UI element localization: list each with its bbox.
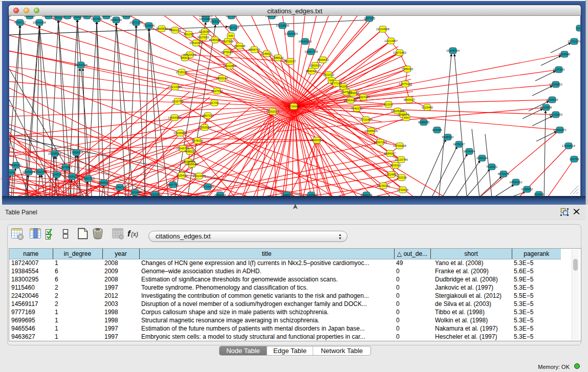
svg-text:116753: 116753 <box>570 158 579 161</box>
svg-text:17010514: 17010514 <box>562 144 576 147</box>
svg-text:8471676: 8471676 <box>498 172 510 176</box>
svg-text:1192344: 1192344 <box>149 193 161 196</box>
svg-text:5684067: 5684067 <box>384 152 396 155</box>
svg-text:10973493: 10973493 <box>393 51 406 54</box>
svg-text:16961758: 16961758 <box>304 50 318 53</box>
svg-text:6479197: 6479197 <box>453 143 465 146</box>
svg-text:17957255: 17957255 <box>81 177 95 180</box>
svg-text:8938923: 8938923 <box>442 136 454 139</box>
svg-text:5875685: 5875685 <box>222 51 233 54</box>
svg-text:1615112: 1615112 <box>390 164 401 167</box>
svg-text:10654112: 10654112 <box>509 181 522 184</box>
svg-text:17359924: 17359924 <box>70 151 83 154</box>
svg-text:3917183: 3917183 <box>226 16 237 17</box>
svg-text:7515546: 7515546 <box>143 24 155 27</box>
svg-text:15692971: 15692971 <box>553 128 567 132</box>
svg-text:12342757: 12342757 <box>34 170 47 173</box>
svg-text:20364436: 20364436 <box>344 99 357 102</box>
svg-text:15751074: 15751074 <box>568 40 580 43</box>
svg-text:18307249: 18307249 <box>374 141 387 144</box>
svg-text:1999828: 1999828 <box>281 193 293 196</box>
svg-text:11174: 11174 <box>576 27 580 30</box>
svg-text:8215958: 8215958 <box>540 106 552 109</box>
svg-text:8454749: 8454749 <box>249 48 260 51</box>
svg-text:6466160: 6466160 <box>111 18 122 21</box>
svg-text:46206: 46206 <box>339 85 347 88</box>
svg-text:1065327: 1065327 <box>210 20 222 23</box>
svg-text:11353594: 11353594 <box>198 126 211 129</box>
svg-text:9474444: 9474444 <box>464 150 475 153</box>
svg-text:1839221: 1839221 <box>24 16 36 17</box>
svg-text:12213369: 12213369 <box>168 85 182 89</box>
svg-text:8322037: 8322037 <box>285 60 296 63</box>
svg-text:16120746: 16120746 <box>395 158 408 161</box>
svg-text:12242848: 12242848 <box>223 64 236 68</box>
svg-text:8186328: 8186328 <box>209 38 221 41</box>
svg-text:15302073: 15302073 <box>266 110 279 113</box>
svg-text:10958117: 10958117 <box>97 181 110 184</box>
svg-text:16782759: 16782759 <box>113 186 126 189</box>
svg-text:1588520: 1588520 <box>272 56 284 59</box>
svg-text:19218506: 19218506 <box>276 24 289 27</box>
svg-text:8860124: 8860124 <box>169 29 181 32</box>
svg-text:13325419: 13325419 <box>285 32 298 35</box>
svg-text:4498222: 4498222 <box>184 150 196 153</box>
svg-text:15157347: 15157347 <box>265 16 278 17</box>
svg-text:891295: 891295 <box>184 33 193 36</box>
svg-text:7346372: 7346372 <box>351 107 363 110</box>
svg-text:9146821: 9146821 <box>261 52 273 55</box>
svg-text:98961: 98961 <box>181 56 189 59</box>
svg-text:9115460: 9115460 <box>422 106 433 109</box>
svg-text:2066449: 2066449 <box>214 193 226 196</box>
svg-text:9357224: 9357224 <box>228 26 239 29</box>
svg-text:4439167: 4439167 <box>121 16 133 17</box>
svg-text:8678334: 8678334 <box>192 139 204 142</box>
svg-text:844: 844 <box>404 116 409 119</box>
svg-text:2967608: 2967608 <box>234 45 246 48</box>
svg-text:39154: 39154 <box>9 171 15 174</box>
svg-text:114519: 114519 <box>52 173 62 176</box>
svg-text:7632621: 7632621 <box>486 165 498 168</box>
svg-text:1244419: 1244419 <box>547 98 558 101</box>
svg-text:1527602: 1527602 <box>91 17 103 20</box>
svg-text:252234: 252234 <box>397 176 407 179</box>
svg-text:1724009: 1724009 <box>288 105 300 108</box>
svg-text:19166825: 19166825 <box>173 132 187 135</box>
svg-text:15716485: 15716485 <box>201 185 214 188</box>
svg-text:4735650: 4735650 <box>9 16 11 17</box>
svg-text:4143890: 4143890 <box>306 193 317 196</box>
svg-text:9227343: 9227343 <box>553 68 565 71</box>
svg-text:2718126: 2718126 <box>176 71 188 74</box>
svg-text:18640910: 18640910 <box>298 40 312 43</box>
svg-text:20053346: 20053346 <box>74 63 88 67</box>
svg-text:33975867: 33975867 <box>59 166 72 169</box>
svg-text:8990443: 8990443 <box>306 70 318 73</box>
svg-text:9327508: 9327508 <box>222 40 234 43</box>
svg-text:7625402: 7625402 <box>176 174 188 177</box>
svg-text:20206526: 20206526 <box>48 152 61 155</box>
svg-text:16914479: 16914479 <box>192 174 206 178</box>
svg-text:7485063: 7485063 <box>402 68 413 71</box>
svg-text:1845061: 1845061 <box>10 164 22 167</box>
svg-text:7955812: 7955812 <box>317 58 329 61</box>
svg-text:62100: 62100 <box>384 103 393 106</box>
svg-text:164095: 164095 <box>432 128 442 132</box>
svg-text:12975125: 12975125 <box>399 82 412 85</box>
svg-text:16154808: 16154808 <box>376 28 389 31</box>
svg-text:9457791: 9457791 <box>167 183 179 186</box>
svg-text:13524851: 13524851 <box>385 173 398 176</box>
svg-text:11156829: 11156829 <box>23 170 35 173</box>
svg-text:19384554: 19384554 <box>310 139 324 142</box>
svg-text:1610753: 1610753 <box>172 100 184 103</box>
svg-text:1733426: 1733426 <box>397 188 409 191</box>
svg-text:19756928: 19756928 <box>393 144 406 147</box>
svg-text:16543362: 16543362 <box>189 41 203 45</box>
svg-text:2803144: 2803144 <box>216 77 228 80</box>
svg-text:19654935: 19654935 <box>168 116 181 119</box>
svg-text:8489709: 8489709 <box>81 16 93 17</box>
svg-text:11923448: 11923448 <box>128 191 141 194</box>
svg-text:10307447: 10307447 <box>357 96 370 99</box>
svg-text:546: 546 <box>228 34 233 37</box>
svg-text:924565: 924565 <box>534 193 543 196</box>
svg-text:9327503: 9327503 <box>198 36 209 39</box>
